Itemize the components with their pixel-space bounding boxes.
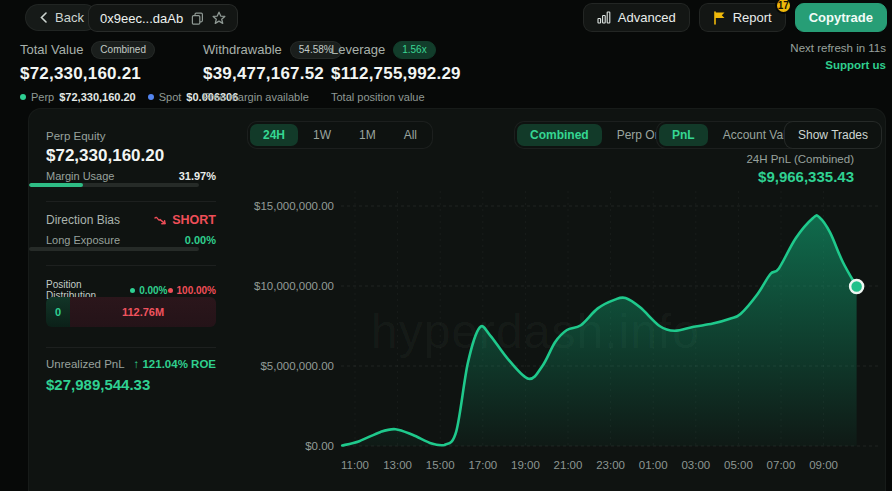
perp-breakdown: Perp $72,330,160.20 [20,91,136,103]
x-axis-label: 15:00 [426,459,455,471]
unrealized-pnl-label: Unrealized PnL [46,358,125,370]
show-trades-button[interactable]: Show Trades [784,121,882,149]
mode-combined[interactable]: Combined [517,124,602,146]
withdrawable-label: Withdrawable [203,42,282,57]
perp-equity-label: Perp Equity [46,130,216,142]
advanced-label: Advanced [618,10,676,25]
y-axis-label: $10,000,000.00 [254,280,334,292]
short-segment: 112.76M [70,297,216,327]
timeframe-selector: 24H1W1MAll [247,121,433,149]
spot-dot-icon [148,94,154,100]
long-segment: 0 [46,297,70,327]
leverage-badge: 1.56x [393,41,435,59]
portfolio-card: Perp Equity $72,330,160.20 Margin Usage … [28,108,886,491]
long-exposure-value: 0.00% [185,234,216,246]
copytrade-button[interactable]: Copytrade [795,3,887,32]
x-axis-label: 21:00 [554,459,583,471]
long-exposure-bar [29,247,199,251]
y-axis-label: $15,000,000.00 [254,200,334,212]
margin-usage-fill [29,183,83,187]
x-axis-label: 11:00 [341,459,369,471]
last-point-marker [850,280,863,293]
back-button[interactable]: Back [25,4,98,31]
long-dot-icon [130,288,135,293]
direction-bias-row: Direction Bias SHORT [46,213,216,227]
total-value-label: Total Value [20,42,83,57]
chart-pnl-header: 24H PnL (Combined) $9,966,335.43 [746,153,854,185]
divider [46,347,216,348]
perp-value: $72,330,160.20 [59,91,135,103]
x-axis-label: 17:00 [468,459,497,471]
x-axis-label: 23:00 [596,459,625,471]
divider [46,265,216,266]
x-axis-label: 19:00 [511,459,540,471]
y-axis-label: $0.00 [305,440,334,452]
direction-bias-value: SHORT [172,213,216,227]
perp-dot-icon [20,94,26,100]
timeframe-1m[interactable]: 1M [346,124,389,146]
roe-value: ↑ 121.04% ROE [134,358,216,370]
wallet-address: 0x9eec...daAb [100,11,183,26]
pnl-chart: hyperdash.info11:0013:0015:0017:0019:002… [241,151,887,481]
withdrawable-sub: Free margin available [203,91,309,103]
view-pnl[interactable]: PnL [659,124,708,146]
total-value-badge: Combined [91,41,155,59]
x-axis-label: 13:00 [383,459,412,471]
stat-leverage: Leverage 1.56x $112,755,992.29 Total pos… [331,41,461,103]
leverage-label: Leverage [331,42,385,57]
margin-usage-value: 31.97% [179,170,216,182]
support-us-link[interactable]: Support us [825,59,886,71]
x-axis-label: 03:00 [681,459,710,471]
long-legend-value: 0.00% [139,285,167,296]
short-dot-icon [168,288,173,293]
trend-down-icon [154,215,167,226]
long-legend: 0.00% [130,285,167,296]
x-axis-label: 05:00 [724,459,753,471]
x-axis-label: 01:00 [639,459,668,471]
short-legend-value: 100.00% [177,285,216,296]
long-exposure-row: Long Exposure 0.00% [46,234,216,246]
report-label: Report [733,10,772,25]
margin-usage-label: Margin Usage [46,170,114,182]
notification-badge: 17 [775,0,792,14]
copy-icon[interactable] [191,12,204,25]
unrealized-pnl-value: $27,989,544.33 [46,376,216,393]
y-axis-label: $5,000,000.00 [260,360,334,372]
bar-chart-icon [597,11,611,24]
timeframe-24h[interactable]: 24H [250,124,298,146]
refresh-countdown: Next refresh in 11s [790,42,886,54]
withdrawable-amount: $39,477,167.52 [203,64,342,84]
unrealized-pnl-row: Unrealized PnL ↑ 121.04% ROE [46,358,216,370]
direction-bias-label: Direction Bias [46,213,120,227]
topbar-actions: Advanced Report 17 Copytrade [583,3,887,32]
perp-label: Perp [31,91,54,103]
leverage-sub: Total position value [331,91,425,103]
divider [46,201,216,202]
timeframe-all[interactable]: All [391,124,430,146]
chevron-left-icon [39,12,48,23]
report-button[interactable]: Report 17 [699,3,786,32]
advanced-button[interactable]: Advanced [583,3,690,32]
short-legend: 100.00% [168,285,216,296]
long-exposure-label: Long Exposure [46,234,120,246]
copytrade-label: Copytrade [809,10,873,25]
position-distribution-bar: 0 112.76M [46,297,216,327]
x-axis-label: 09:00 [809,459,838,471]
margin-usage-row: Margin Usage 31.97% [46,170,216,182]
leverage-amount: $112,755,992.29 [331,64,461,84]
chart-pnl-label: 24H PnL (Combined) [746,153,854,165]
flag-icon [713,11,726,25]
perp-equity-value: $72,330,160.20 [46,146,216,166]
margin-usage-bar [29,183,199,187]
x-axis-label: 07:00 [767,459,796,471]
star-icon[interactable] [212,11,226,25]
spot-label: Spot [159,91,182,103]
back-label: Back [55,10,84,25]
wallet-address-pill[interactable]: 0x9eec...daAb [88,4,238,32]
stat-withdrawable: Withdrawable 54.58% $39,477,167.52 Free … [203,41,342,103]
chart-pnl-value: $9,966,335.43 [746,168,854,185]
timeframe-1w[interactable]: 1W [300,124,344,146]
